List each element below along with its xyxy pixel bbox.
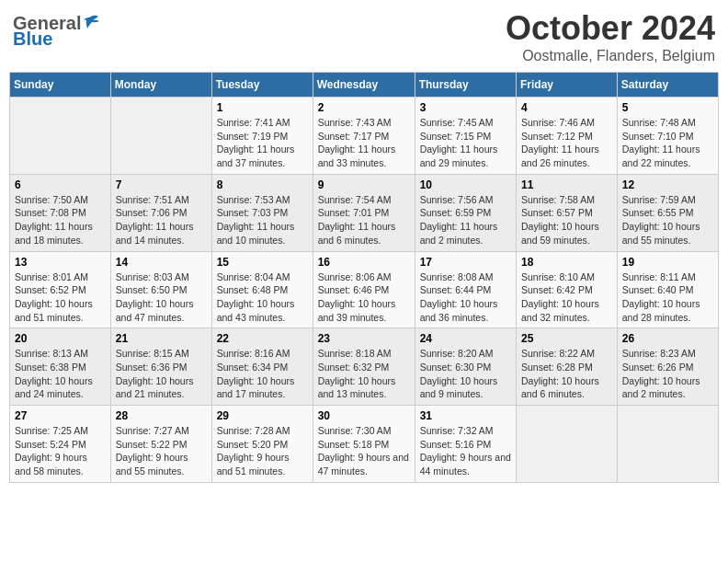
calendar-cell: 4Sunrise: 7:46 AM Sunset: 7:12 PM Daylig… [517, 98, 618, 175]
calendar-cell: 25Sunrise: 8:22 AM Sunset: 6:28 PM Dayli… [517, 328, 618, 406]
cell-info: Sunrise: 7:43 AM Sunset: 7:17 PM Dayligh… [318, 117, 396, 168]
cell-info: Sunrise: 7:51 AM Sunset: 7:06 PM Dayligh… [116, 194, 194, 246]
day-number: 29 [217, 409, 308, 422]
cell-info: Sunrise: 7:48 AM Sunset: 7:10 PM Dayligh… [622, 117, 700, 168]
calendar-cell: 17Sunrise: 8:08 AM Sunset: 6:44 PM Dayli… [415, 251, 516, 328]
cell-info: Sunrise: 8:16 AM Sunset: 6:34 PM Dayligh… [217, 348, 295, 399]
calendar-cell: 18Sunrise: 8:10 AM Sunset: 6:42 PM Dayli… [517, 251, 618, 328]
month-title: October 2024 [506, 9, 715, 48]
cell-info: Sunrise: 7:59 AM Sunset: 6:55 PM Dayligh… [622, 194, 700, 246]
cell-info: Sunrise: 8:10 AM Sunset: 6:42 PM Dayligh… [521, 271, 599, 323]
cell-info: Sunrise: 7:46 AM Sunset: 7:12 PM Dayligh… [521, 117, 599, 168]
day-number: 4 [521, 101, 612, 114]
calendar-cell: 22Sunrise: 8:16 AM Sunset: 6:34 PM Dayli… [211, 328, 313, 406]
calendar-cell: 14Sunrise: 8:03 AM Sunset: 6:50 PM Dayli… [110, 251, 211, 328]
cell-info: Sunrise: 8:13 AM Sunset: 6:38 PM Dayligh… [15, 348, 93, 399]
calendar-week-row: 1Sunrise: 7:41 AM Sunset: 7:19 PM Daylig… [10, 98, 719, 175]
cell-info: Sunrise: 7:30 AM Sunset: 5:18 PM Dayligh… [318, 425, 409, 477]
day-number: 10 [420, 178, 511, 191]
calendar-cell [110, 98, 211, 175]
calendar-cell: 10Sunrise: 7:56 AM Sunset: 6:59 PM Dayli… [415, 174, 516, 251]
calendar-week-row: 20Sunrise: 8:13 AM Sunset: 6:38 PM Dayli… [10, 328, 719, 406]
cell-info: Sunrise: 8:04 AM Sunset: 6:48 PM Dayligh… [217, 271, 295, 323]
cell-info: Sunrise: 7:28 AM Sunset: 5:20 PM Dayligh… [217, 425, 290, 477]
day-number: 25 [521, 332, 612, 345]
cell-info: Sunrise: 8:23 AM Sunset: 6:26 PM Dayligh… [622, 348, 700, 399]
calendar-cell: 29Sunrise: 7:28 AM Sunset: 5:20 PM Dayli… [211, 406, 313, 483]
calendar-cell: 6Sunrise: 7:50 AM Sunset: 7:08 PM Daylig… [10, 174, 111, 251]
calendar-cell: 11Sunrise: 7:58 AM Sunset: 6:57 PM Dayli… [517, 174, 618, 251]
cell-info: Sunrise: 8:18 AM Sunset: 6:32 PM Dayligh… [318, 348, 396, 399]
day-number: 5 [622, 101, 713, 114]
calendar-cell: 23Sunrise: 8:18 AM Sunset: 6:32 PM Dayli… [313, 328, 415, 406]
calendar-cell: 19Sunrise: 8:11 AM Sunset: 6:40 PM Dayli… [617, 251, 718, 328]
day-number: 12 [622, 178, 713, 191]
cell-info: Sunrise: 7:27 AM Sunset: 5:22 PM Dayligh… [116, 425, 189, 477]
calendar-cell: 9Sunrise: 7:54 AM Sunset: 7:01 PM Daylig… [313, 174, 415, 251]
cell-info: Sunrise: 7:25 AM Sunset: 5:24 PM Dayligh… [15, 425, 88, 477]
day-number: 8 [217, 178, 308, 191]
calendar-cell: 7Sunrise: 7:51 AM Sunset: 7:06 PM Daylig… [110, 174, 211, 251]
cell-info: Sunrise: 7:45 AM Sunset: 7:15 PM Dayligh… [420, 117, 498, 168]
day-number: 28 [116, 409, 207, 422]
day-number: 6 [15, 178, 106, 191]
calendar-cell [617, 406, 718, 483]
calendar-cell: 20Sunrise: 8:13 AM Sunset: 6:38 PM Dayli… [10, 328, 111, 406]
day-number: 26 [622, 332, 713, 345]
cell-info: Sunrise: 7:32 AM Sunset: 5:16 PM Dayligh… [420, 425, 511, 477]
day-number: 3 [420, 101, 511, 114]
calendar-cell: 26Sunrise: 8:23 AM Sunset: 6:26 PM Dayli… [617, 328, 718, 406]
day-number: 22 [217, 332, 308, 345]
day-number: 2 [318, 101, 410, 114]
cell-info: Sunrise: 8:06 AM Sunset: 6:46 PM Dayligh… [318, 271, 396, 323]
calendar-day-header: Friday [517, 73, 618, 98]
cell-info: Sunrise: 7:58 AM Sunset: 6:57 PM Dayligh… [521, 194, 599, 246]
page-header: General Blue October 2024 Oostmalle, Fla… [9, 9, 719, 64]
calendar-cell: 24Sunrise: 8:20 AM Sunset: 6:30 PM Dayli… [415, 328, 516, 406]
calendar-cell: 27Sunrise: 7:25 AM Sunset: 5:24 PM Dayli… [10, 406, 111, 483]
calendar-cell: 8Sunrise: 7:53 AM Sunset: 7:03 PM Daylig… [211, 174, 313, 251]
calendar-day-header: Saturday [617, 73, 718, 98]
calendar-day-header: Sunday [10, 73, 111, 98]
day-number: 1 [217, 101, 308, 114]
calendar-header: SundayMondayTuesdayWednesdayThursdayFrid… [10, 73, 719, 98]
calendar-cell: 16Sunrise: 8:06 AM Sunset: 6:46 PM Dayli… [313, 251, 415, 328]
cell-info: Sunrise: 8:03 AM Sunset: 6:50 PM Dayligh… [116, 271, 194, 323]
calendar-cell [10, 98, 111, 175]
calendar-cell: 15Sunrise: 8:04 AM Sunset: 6:48 PM Dayli… [211, 251, 313, 328]
calendar-cell: 3Sunrise: 7:45 AM Sunset: 7:15 PM Daylig… [415, 98, 516, 175]
calendar-week-row: 6Sunrise: 7:50 AM Sunset: 7:08 PM Daylig… [10, 174, 719, 251]
title-area: October 2024 Oostmalle, Flanders, Belgiu… [506, 9, 715, 64]
day-number: 14 [116, 256, 207, 269]
calendar-cell: 31Sunrise: 7:32 AM Sunset: 5:16 PM Dayli… [415, 406, 516, 483]
calendar-cell: 1Sunrise: 7:41 AM Sunset: 7:19 PM Daylig… [211, 98, 313, 175]
calendar-cell: 21Sunrise: 8:15 AM Sunset: 6:36 PM Dayli… [110, 328, 211, 406]
day-number: 9 [318, 178, 410, 191]
cell-info: Sunrise: 8:15 AM Sunset: 6:36 PM Dayligh… [116, 348, 194, 399]
day-number: 13 [15, 256, 106, 269]
calendar-cell [517, 406, 618, 483]
day-number: 27 [15, 409, 106, 422]
cell-info: Sunrise: 8:08 AM Sunset: 6:44 PM Dayligh… [420, 271, 498, 323]
cell-info: Sunrise: 7:50 AM Sunset: 7:08 PM Dayligh… [15, 194, 93, 246]
cell-info: Sunrise: 8:11 AM Sunset: 6:40 PM Dayligh… [622, 271, 700, 323]
cell-info: Sunrise: 7:54 AM Sunset: 7:01 PM Dayligh… [318, 194, 396, 246]
cell-info: Sunrise: 7:41 AM Sunset: 7:19 PM Dayligh… [217, 117, 295, 168]
day-number: 20 [15, 332, 106, 345]
day-number: 30 [318, 409, 410, 422]
calendar-cell: 30Sunrise: 7:30 AM Sunset: 5:18 PM Dayli… [313, 406, 415, 483]
day-number: 31 [420, 409, 511, 422]
calendar-cell: 2Sunrise: 7:43 AM Sunset: 7:17 PM Daylig… [313, 98, 415, 175]
cell-info: Sunrise: 8:20 AM Sunset: 6:30 PM Dayligh… [420, 348, 498, 399]
day-number: 15 [217, 256, 308, 269]
day-number: 17 [420, 256, 511, 269]
calendar-week-row: 13Sunrise: 8:01 AM Sunset: 6:52 PM Dayli… [10, 251, 719, 328]
cell-info: Sunrise: 8:01 AM Sunset: 6:52 PM Dayligh… [15, 271, 93, 323]
day-number: 19 [622, 256, 713, 269]
day-number: 23 [318, 332, 410, 345]
day-number: 7 [116, 178, 207, 191]
logo-bird-icon [82, 12, 102, 32]
day-number: 21 [116, 332, 207, 345]
calendar-day-header: Wednesday [313, 73, 415, 98]
logo-blue-text: Blue [13, 29, 52, 50]
